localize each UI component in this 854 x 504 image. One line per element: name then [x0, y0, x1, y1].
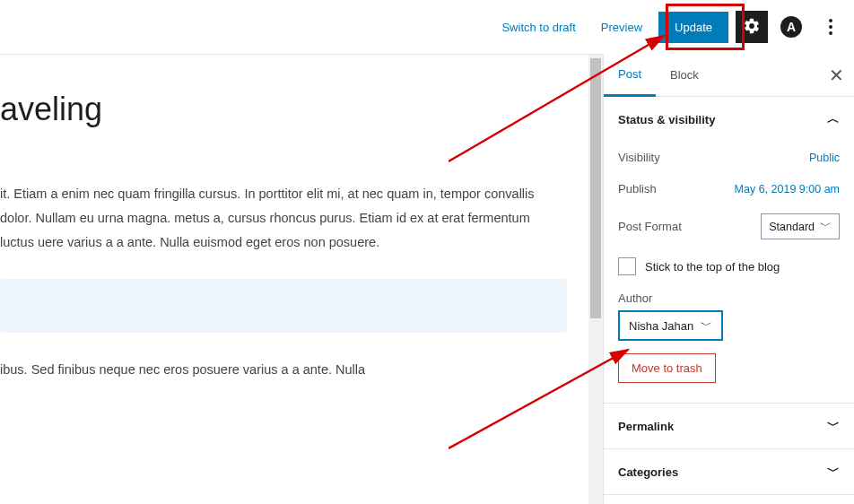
move-to-trash-button[interactable]: Move to trash: [618, 353, 716, 383]
panel-title: Status & visibility: [618, 113, 715, 126]
post-format-select[interactable]: Standard ﹀: [761, 213, 840, 239]
update-button[interactable]: Update: [658, 12, 728, 43]
publish-row: Publish May 6, 2019 9:00 am: [618, 173, 840, 204]
switch-to-draft-link[interactable]: Switch to draft: [492, 13, 584, 41]
chevron-down-icon: ﹀: [701, 317, 712, 334]
post-format-value: Standard: [769, 221, 815, 233]
chevron-down-icon: ﹀: [827, 464, 840, 480]
visibility-value[interactable]: Public: [809, 152, 840, 164]
topbar: Switch to draft Preview Update A: [0, 0, 854, 54]
panel-toggle-status[interactable]: Status & visibility ︿: [604, 97, 854, 142]
brand-button[interactable]: A: [775, 11, 807, 43]
settings-sidebar: Post Block ✕ Status & visibility ︿ Visib…: [603, 54, 854, 504]
chevron-down-icon: ﹀: [820, 219, 832, 234]
gear-icon: [743, 17, 761, 38]
post-format-label: Post Format: [618, 220, 682, 233]
block-placeholder[interactable]: [0, 279, 567, 333]
more-menu-button[interactable]: [815, 11, 847, 43]
panel-toggle-permalink[interactable]: Permalink ﹀: [604, 404, 854, 448]
panel-title: Categories: [618, 465, 678, 479]
author-label: Author: [618, 284, 840, 310]
sidebar-tabs: Post Block ✕: [604, 54, 854, 97]
tab-block[interactable]: Block: [656, 54, 713, 96]
kebab-dot-icon: [829, 25, 832, 29]
settings-button[interactable]: [736, 11, 768, 43]
post-paragraph[interactable]: it. Etiam a enim nec quam fringilla curs…: [0, 182, 567, 254]
visibility-label: Visibility: [618, 151, 660, 164]
visibility-row: Visibility Public: [618, 142, 840, 173]
author-select[interactable]: Nisha Jahan ﹀: [618, 310, 723, 341]
post-format-row: Post Format Standard ﹀: [618, 204, 840, 248]
kebab-dot-icon: [829, 31, 832, 35]
editor-canvas[interactable]: aveling it. Etiam a enim nec quam fringi…: [0, 54, 603, 504]
close-icon: ✕: [829, 65, 844, 86]
post-title[interactable]: aveling: [0, 91, 567, 128]
brand-icon: A: [780, 16, 802, 38]
kebab-dot-icon: [829, 19, 832, 22]
preview-link[interactable]: Preview: [592, 13, 651, 41]
publish-value[interactable]: May 6, 2019 9:00 am: [735, 183, 840, 196]
author-value: Nisha Jahan: [629, 319, 693, 333]
scrollbar-thumb[interactable]: [590, 58, 601, 318]
stick-top-checkbox[interactable]: [618, 257, 636, 275]
panel-toggle-categories[interactable]: Categories ﹀: [604, 449, 854, 494]
post-paragraph[interactable]: ibus. Sed finibus neque nec eros posuere…: [0, 358, 567, 382]
panel-permalink: Permalink ﹀: [604, 404, 854, 449]
main-content: aveling it. Etiam a enim nec quam fringi…: [0, 54, 854, 504]
editor-scrollbar[interactable]: [588, 55, 603, 504]
close-sidebar-button[interactable]: ✕: [818, 57, 854, 93]
stick-top-label: Stick to the top of the blog: [645, 260, 780, 274]
chevron-up-icon: ︿: [827, 111, 840, 127]
publish-label: Publish: [618, 182, 657, 196]
panel-title: Permalink: [618, 420, 674, 433]
panel-body-status: Visibility Public Publish May 6, 2019 9:…: [604, 142, 854, 403]
stick-top-row: Stick to the top of the blog: [618, 248, 840, 284]
tab-post[interactable]: Post: [604, 55, 656, 97]
panel-categories: Categories ﹀: [604, 449, 854, 495]
panel-status-visibility: Status & visibility ︿ Visibility Public …: [604, 97, 854, 404]
chevron-down-icon: ﹀: [827, 418, 840, 434]
